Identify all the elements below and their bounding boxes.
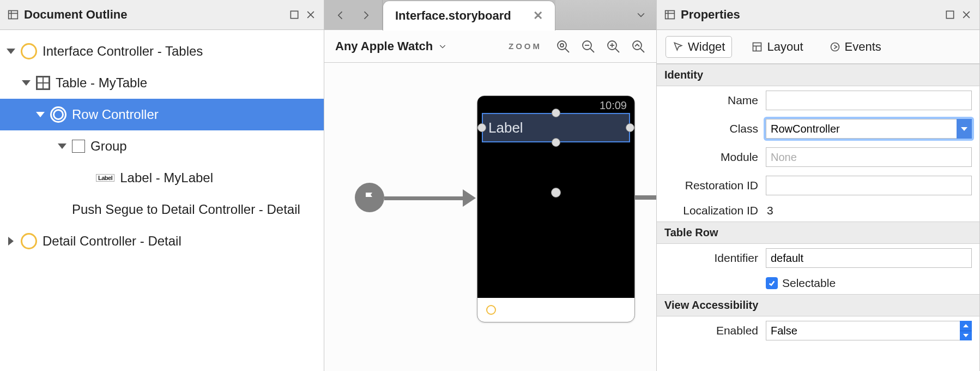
- enabled-input[interactable]: [766, 321, 972, 340]
- outline-header: Document Outline: [0, 0, 324, 30]
- nav-forward-icon[interactable]: [360, 10, 371, 21]
- close-icon[interactable]: [961, 9, 972, 20]
- chevron-down-icon[interactable]: [22, 80, 31, 86]
- controller-icon: [21, 233, 37, 249]
- field-label: Enabled: [664, 324, 758, 337]
- field-label: Identifier: [664, 252, 758, 265]
- tree-item-interface-controller[interactable]: Interface Controller - Tables: [0, 35, 324, 67]
- selectable-checkbox[interactable]: [766, 277, 778, 289]
- field-enabled: Enabled: [657, 316, 979, 345]
- dropdown-icon[interactable]: [957, 119, 972, 139]
- tree-label: Row Controller: [72, 107, 159, 122]
- restore-icon[interactable]: [289, 9, 300, 20]
- chevron-down-icon[interactable]: [7, 49, 15, 54]
- svg-line-17: [640, 49, 644, 52]
- svg-rect-0: [9, 11, 18, 19]
- tab-widget[interactable]: Widget: [666, 36, 732, 58]
- field-class: Class: [657, 115, 979, 143]
- svg-rect-24: [753, 43, 761, 51]
- design-canvas[interactable]: 10:09 Label: [324, 63, 656, 371]
- tree-item-label[interactable]: Label Label - MyLabel: [0, 162, 324, 194]
- svg-point-16: [633, 41, 642, 50]
- zoom-fit-icon[interactable]: [556, 39, 570, 53]
- name-input[interactable]: [766, 91, 972, 110]
- svg-rect-18: [666, 11, 675, 19]
- tree-item-table[interactable]: Table - MyTable: [0, 67, 324, 99]
- resize-handle[interactable]: [552, 109, 560, 117]
- tree-item-detail-controller[interactable]: Detail Controller - Detail: [0, 225, 324, 257]
- enabled-combo[interactable]: [766, 321, 972, 340]
- property-tabs: Widget Layout Events: [657, 30, 979, 64]
- cursor-icon: [673, 41, 683, 52]
- tab-label: Widget: [688, 40, 725, 54]
- tree-label: Table - MyTable: [56, 75, 147, 91]
- zoom-actual-icon[interactable]: [631, 39, 645, 53]
- row-controller-icon: [50, 106, 66, 123]
- field-name: Name: [657, 86, 979, 115]
- svg-point-27: [831, 43, 839, 51]
- label-element[interactable]: Label: [482, 113, 630, 142]
- outline-tree[interactable]: Interface Controller - Tables Table - My…: [0, 30, 324, 262]
- tree-item-row-controller[interactable]: Row Controller: [0, 99, 324, 130]
- properties-panel: Properties Widget Layout Events Identity…: [657, 0, 980, 371]
- class-input[interactable]: [766, 119, 972, 139]
- field-module: Module: [657, 143, 979, 171]
- tab-bar: Interface.storyboard ✕: [324, 0, 656, 30]
- field-selectable: Selectable: [657, 272, 979, 294]
- nav-back-icon[interactable]: [335, 10, 346, 21]
- chevron-down-icon[interactable]: [58, 143, 66, 149]
- stepper-icon[interactable]: [960, 321, 972, 340]
- device-label: Any Apple Watch: [335, 39, 433, 53]
- tab-layout[interactable]: Layout: [745, 37, 809, 57]
- section-table-row: Table Row: [657, 222, 979, 244]
- close-icon[interactable]: ✕: [533, 9, 543, 23]
- restore-icon[interactable]: [945, 9, 955, 20]
- resize-handle[interactable]: [626, 123, 634, 132]
- chevron-down-icon[interactable]: [636, 9, 646, 20]
- field-label: Localization ID: [664, 204, 758, 217]
- chevron-right-icon[interactable]: [8, 237, 14, 246]
- outline-icon: [8, 9, 19, 20]
- watch-scene[interactable]: 10:09 Label: [477, 95, 635, 322]
- events-icon: [830, 41, 840, 52]
- localization-value: 3: [766, 204, 972, 217]
- field-label: Class: [664, 122, 758, 135]
- properties-title: Properties: [681, 8, 740, 22]
- zoom-out-icon[interactable]: [581, 39, 595, 53]
- chevron-down-icon[interactable]: [36, 112, 45, 117]
- document-outline-panel: Document Outline Interface Controller - …: [0, 0, 324, 371]
- restoration-input[interactable]: [766, 176, 972, 195]
- module-input[interactable]: [766, 147, 972, 167]
- resize-handle[interactable]: [552, 138, 560, 147]
- field-identifier: Identifier: [657, 244, 979, 272]
- tree-label: Interface Controller - Tables: [43, 44, 203, 59]
- device-selector[interactable]: Any Apple Watch: [335, 39, 447, 53]
- tree-item-segue[interactable]: Push Segue to Detail Controller - Detail: [0, 194, 324, 225]
- identifier-input[interactable]: [766, 248, 972, 268]
- svg-line-13: [615, 49, 619, 52]
- close-icon[interactable]: [305, 9, 316, 20]
- outline-title: Document Outline: [24, 8, 127, 22]
- tab-storyboard[interactable]: Interface.storyboard ✕: [383, 1, 555, 31]
- tree-item-group[interactable]: Group: [0, 130, 324, 162]
- class-combo[interactable]: [766, 119, 972, 139]
- tab-label: Events: [845, 40, 881, 54]
- resize-handle[interactable]: [551, 188, 561, 198]
- group-icon: [72, 140, 85, 153]
- controller-icon: [21, 43, 37, 59]
- scene-footer[interactable]: [477, 298, 634, 322]
- tab-overflow: [555, 0, 656, 30]
- tab-events[interactable]: Events: [823, 37, 888, 57]
- tree-label: Detail Controller - Detail: [43, 234, 182, 249]
- tab-label: Layout: [767, 40, 803, 54]
- entry-point-icon[interactable]: [355, 183, 384, 212]
- checkbox-label: Selectable: [782, 277, 836, 290]
- zoom-in-icon[interactable]: [606, 39, 620, 53]
- svg-point-8: [560, 44, 564, 47]
- resize-handle[interactable]: [477, 123, 486, 132]
- svg-line-10: [590, 49, 594, 52]
- canvas-toolbar: Any Apple Watch ZOOM: [324, 30, 656, 63]
- chevron-down-icon: [438, 42, 447, 51]
- zoom-label: ZOOM: [509, 41, 542, 51]
- svg-rect-3: [291, 11, 298, 18]
